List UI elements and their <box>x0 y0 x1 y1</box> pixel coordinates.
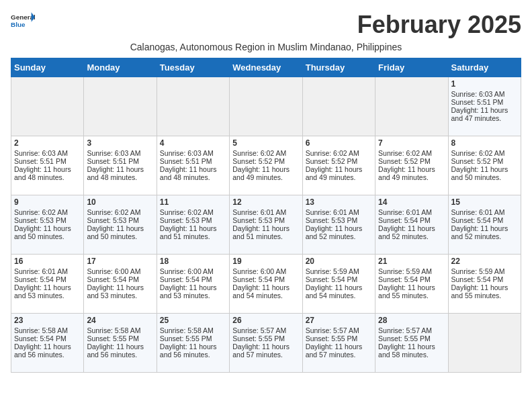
day-number: 14 <box>378 197 445 207</box>
day-info: Daylight: 11 hours and 56 minutes. <box>87 342 153 359</box>
day-number: 9 <box>14 197 81 207</box>
weekday-header-sunday: Sunday <box>11 58 84 77</box>
day-info: Sunset: 5:55 PM <box>232 334 299 342</box>
day-info: Sunset: 5:53 PM <box>232 216 299 224</box>
day-info: Daylight: 11 hours and 51 minutes. <box>232 224 299 240</box>
calendar-cell: 9Sunrise: 6:02 AMSunset: 5:53 PMDaylight… <box>11 195 84 255</box>
day-number: 5 <box>232 138 299 148</box>
day-info: Sunrise: 6:00 AM <box>160 267 226 275</box>
day-number: 24 <box>87 316 153 325</box>
calendar-cell: 19Sunrise: 6:00 AMSunset: 5:54 PMDayligh… <box>230 255 302 314</box>
weekday-header-thursday: Thursday <box>302 58 375 77</box>
weekday-header-tuesday: Tuesday <box>157 58 229 77</box>
day-info: Daylight: 11 hours and 49 minutes. <box>232 165 299 181</box>
day-info: Sunset: 5:53 PM <box>14 216 81 224</box>
calendar-cell: 12Sunrise: 6:01 AMSunset: 5:53 PMDayligh… <box>230 195 302 255</box>
day-info: Sunset: 5:53 PM <box>306 216 372 224</box>
day-info: Sunrise: 6:02 AM <box>14 208 81 216</box>
calendar-cell <box>302 77 375 136</box>
day-number: 2 <box>14 138 81 148</box>
day-info: Sunset: 5:54 PM <box>306 275 372 283</box>
day-info: Sunrise: 6:00 AM <box>87 267 153 275</box>
day-info: Sunrise: 5:59 AM <box>306 267 372 275</box>
day-number: 15 <box>451 197 518 207</box>
day-number: 7 <box>378 138 445 148</box>
day-info: Daylight: 11 hours and 48 minutes. <box>14 165 81 181</box>
day-info: Daylight: 11 hours and 56 minutes. <box>160 342 226 359</box>
day-info: Sunrise: 5:57 AM <box>232 326 299 334</box>
day-info: Sunset: 5:52 PM <box>378 157 445 165</box>
calendar-cell <box>375 77 448 136</box>
day-info: Sunset: 5:54 PM <box>378 216 445 224</box>
day-info: Sunrise: 6:02 AM <box>232 149 299 157</box>
calendar-cell: 3Sunrise: 6:03 AMSunset: 5:51 PMDaylight… <box>84 136 157 195</box>
day-number: 19 <box>232 257 299 266</box>
month-title: February 2025 <box>357 11 521 39</box>
day-info: Sunset: 5:52 PM <box>451 157 518 165</box>
day-number: 3 <box>87 138 153 148</box>
day-info: Sunrise: 5:58 AM <box>160 326 226 334</box>
subtitle: Calanogas, Autonomous Region in Muslim M… <box>11 42 521 52</box>
calendar-cell: 16Sunrise: 6:01 AMSunset: 5:54 PMDayligh… <box>11 255 84 314</box>
calendar-cell: 20Sunrise: 5:59 AMSunset: 5:54 PMDayligh… <box>302 255 375 314</box>
day-info: Daylight: 11 hours and 52 minutes. <box>306 224 372 240</box>
weekday-header-monday: Monday <box>84 58 157 77</box>
calendar-table: SundayMondayTuesdayWednesdayThursdayFrid… <box>11 58 521 373</box>
day-info: Sunrise: 6:01 AM <box>378 208 445 216</box>
calendar-cell <box>448 314 521 373</box>
calendar-cell: 13Sunrise: 6:01 AMSunset: 5:53 PMDayligh… <box>302 195 375 255</box>
day-info: Sunrise: 5:59 AM <box>378 267 445 275</box>
calendar-cell: 26Sunrise: 5:57 AMSunset: 5:55 PMDayligh… <box>230 314 302 373</box>
calendar-cell: 23Sunrise: 5:58 AMSunset: 5:54 PMDayligh… <box>11 314 84 373</box>
day-info: Daylight: 11 hours and 54 minutes. <box>232 283 299 300</box>
day-number: 13 <box>306 197 372 207</box>
day-info: Daylight: 11 hours and 50 minutes. <box>451 165 518 181</box>
day-info: Daylight: 11 hours and 55 minutes. <box>378 283 445 300</box>
day-info: Daylight: 11 hours and 58 minutes. <box>378 342 445 359</box>
day-number: 21 <box>378 257 445 266</box>
day-info: Daylight: 11 hours and 53 minutes. <box>160 283 226 300</box>
day-info: Daylight: 11 hours and 49 minutes. <box>306 165 372 181</box>
day-info: Sunset: 5:53 PM <box>160 216 226 224</box>
day-info: Sunrise: 6:03 AM <box>14 149 81 157</box>
day-info: Sunset: 5:51 PM <box>451 98 518 106</box>
calendar-cell: 7Sunrise: 6:02 AMSunset: 5:52 PMDaylight… <box>375 136 448 195</box>
day-number: 23 <box>14 316 81 325</box>
day-number: 16 <box>14 257 81 266</box>
calendar-cell: 15Sunrise: 6:01 AMSunset: 5:54 PMDayligh… <box>448 195 521 255</box>
day-info: Sunrise: 6:02 AM <box>160 208 226 216</box>
day-number: 28 <box>378 316 445 325</box>
calendar-cell: 14Sunrise: 6:01 AMSunset: 5:54 PMDayligh… <box>375 195 448 255</box>
day-info: Daylight: 11 hours and 50 minutes. <box>14 224 81 240</box>
day-number: 8 <box>451 138 518 148</box>
day-info: Sunset: 5:54 PM <box>14 334 81 342</box>
day-info: Sunset: 5:54 PM <box>451 216 518 224</box>
weekday-header-friday: Friday <box>375 58 448 77</box>
calendar-cell: 1Sunrise: 6:03 AMSunset: 5:51 PMDaylight… <box>448 77 521 136</box>
day-info: Sunrise: 6:02 AM <box>378 149 445 157</box>
day-info: Sunset: 5:54 PM <box>160 275 226 283</box>
day-info: Sunrise: 5:58 AM <box>14 326 81 334</box>
calendar-cell: 5Sunrise: 6:02 AMSunset: 5:52 PMDaylight… <box>230 136 302 195</box>
day-number: 12 <box>232 197 299 207</box>
day-info: Sunset: 5:51 PM <box>160 157 226 165</box>
day-info: Sunset: 5:55 PM <box>306 334 372 342</box>
day-number: 17 <box>87 257 153 266</box>
calendar-cell <box>230 77 302 136</box>
day-number: 18 <box>160 257 226 266</box>
weekday-header-saturday: Saturday <box>448 58 521 77</box>
day-info: Sunset: 5:53 PM <box>87 216 153 224</box>
day-info: Sunset: 5:55 PM <box>378 334 445 342</box>
calendar-cell: 28Sunrise: 5:57 AMSunset: 5:55 PMDayligh… <box>375 314 448 373</box>
day-info: Daylight: 11 hours and 51 minutes. <box>160 224 226 240</box>
calendar-cell: 4Sunrise: 6:03 AMSunset: 5:51 PMDaylight… <box>157 136 229 195</box>
day-info: Daylight: 11 hours and 49 minutes. <box>378 165 445 181</box>
day-info: Sunset: 5:55 PM <box>160 334 226 342</box>
day-info: Sunset: 5:54 PM <box>451 275 518 283</box>
calendar-cell: 18Sunrise: 6:00 AMSunset: 5:54 PMDayligh… <box>157 255 229 314</box>
day-info: Sunrise: 5:57 AM <box>306 326 372 334</box>
day-info: Daylight: 11 hours and 52 minutes. <box>451 224 518 240</box>
day-info: Daylight: 11 hours and 57 minutes. <box>306 342 372 359</box>
calendar-cell: 24Sunrise: 5:58 AMSunset: 5:55 PMDayligh… <box>84 314 157 373</box>
calendar-cell: 8Sunrise: 6:02 AMSunset: 5:52 PMDaylight… <box>448 136 521 195</box>
